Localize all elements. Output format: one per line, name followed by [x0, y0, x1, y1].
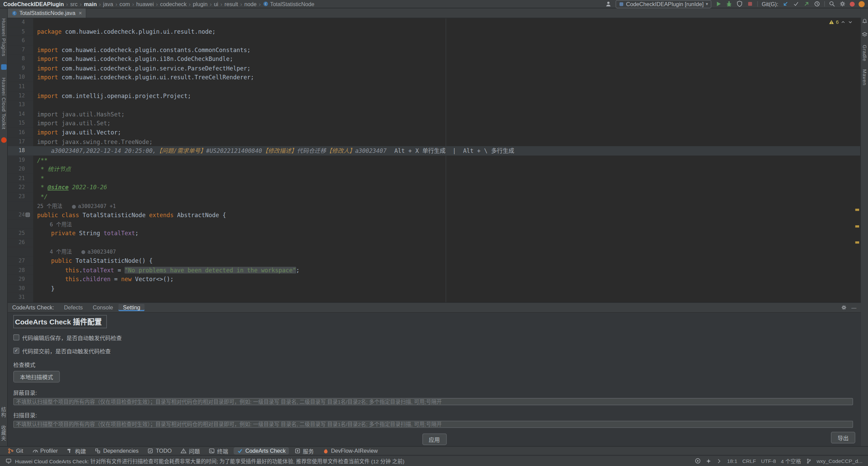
editor-tab-label: TotalStatisticNode.java: [19, 10, 76, 16]
panel-settings-icon[interactable]: [841, 304, 847, 310]
next-warning-icon[interactable]: [848, 19, 853, 25]
code-line: 31: [8, 293, 861, 302]
code-text: [33, 18, 861, 27]
close-icon[interactable]: ×: [79, 10, 82, 16]
svg-text:C: C: [265, 2, 267, 5]
toolwindow-button-todo[interactable]: TODO: [144, 447, 175, 454]
code-line: 20 * 统计节点: [8, 164, 861, 174]
breadcrumb-item[interactable]: com: [119, 1, 130, 7]
breadcrumb-item[interactable]: src: [70, 1, 78, 7]
toolwindow-button-profiler[interactable]: Profiler: [29, 447, 61, 454]
inspection-widget[interactable]: 6: [829, 19, 853, 25]
run-configuration-select[interactable]: CodeCheckIDEAPlugin [runIde] ▾: [615, 0, 711, 8]
code-editor[interactable]: 45package com.huawei.codecheck.plugin.ui…: [8, 18, 861, 302]
screenshot: CodeCheckIDEAPlugin›src›main›java›com›hu…: [0, 0, 868, 466]
breadcrumb-item[interactable]: CodeCheckIDEAPlugin: [3, 1, 64, 7]
toolwindow-button-git[interactable]: Git: [4, 447, 27, 454]
toolwindow-button-终端[interactable]: 终端: [206, 446, 231, 456]
breadcrumb-item[interactable]: java: [103, 1, 113, 7]
scrollbar-warning-mark[interactable]: [855, 209, 859, 211]
toolwindow-button-dependencies[interactable]: Dependencies: [92, 447, 142, 454]
huawei-icon[interactable]: [1, 137, 6, 143]
breadcrumb-item[interactable]: main: [84, 1, 97, 7]
code-line: 22 * @since 2022-10-26: [8, 183, 861, 192]
code-text: import java.util.HashSet;: [33, 110, 861, 119]
local-scan-mode-button[interactable]: 本地扫描模式: [13, 371, 60, 383]
editor-tab[interactable]: C TotalStatisticNode.java ×: [8, 8, 86, 18]
settings-icon[interactable]: [839, 1, 846, 7]
auto-check-on-save-row[interactable]: 代码编辑后保存，是否自动触发代码检查: [13, 333, 855, 341]
toolwindow-gradle[interactable]: Gradle: [862, 45, 867, 62]
block-dir-input[interactable]: [13, 398, 853, 405]
scrollbar-warning-mark[interactable]: [855, 241, 859, 244]
coverage-button[interactable]: [736, 1, 743, 7]
ai-suggestions-icon[interactable]: [706, 458, 711, 464]
code-text: *: [33, 174, 861, 183]
breadcrumb-item[interactable]: plugin: [193, 1, 208, 7]
breadcrumb-item[interactable]: CTotalStatisticNode: [263, 1, 314, 7]
code-text: private String totalText;: [33, 229, 861, 238]
run-button[interactable]: [715, 1, 722, 7]
breadcrumb-item[interactable]: codecheck: [160, 1, 187, 7]
code-text: 6 个用法: [33, 220, 861, 229]
toolwindow-button-问题[interactable]: 问题: [177, 446, 203, 456]
line-number: 16: [8, 128, 33, 137]
checkbox-checked-icon[interactable]: ✓: [13, 348, 19, 354]
toolwindow-button-构建[interactable]: 构建: [63, 446, 89, 456]
breadcrumb-item[interactable]: ui: [214, 1, 218, 7]
hide-panel-icon[interactable]: —: [851, 305, 856, 310]
status-message[interactable]: Huawei Cloud CodeArts Check: 针对所有文件进行扫描检…: [15, 457, 404, 465]
expand-icon[interactable]: [717, 458, 722, 464]
toolwindow-button-服务[interactable]: 服务: [291, 446, 317, 456]
toolwindow-structure[interactable]: 结构: [0, 407, 7, 417]
export-button[interactable]: 导出: [831, 432, 855, 443]
breadcrumb-item[interactable]: node: [244, 1, 257, 7]
caret-position[interactable]: 18:1: [727, 458, 737, 464]
assistant-status-icon[interactable]: [695, 458, 701, 464]
panel-tab-console[interactable]: Console: [88, 304, 117, 311]
line-number: 7: [8, 45, 33, 54]
gutter-class-marker-icon[interactable]: [26, 213, 30, 217]
code-text: a30023407,2022-12-14 20:25:00,【问题/需求单号】#…: [33, 146, 861, 155]
separator: [824, 1, 825, 6]
toolwindow-favorites[interactable]: 收藏夹: [0, 425, 7, 440]
file-encoding[interactable]: UTF-8: [761, 458, 776, 464]
panel-tab-defects[interactable]: Defects: [60, 304, 87, 311]
scrollbar-warning-mark[interactable]: [855, 225, 859, 228]
code-line: 30 }: [8, 284, 861, 293]
update-project-icon[interactable]: [782, 1, 789, 7]
huawei-cloud-icon[interactable]: [1, 64, 6, 70]
notifications-icon[interactable]: [862, 18, 867, 24]
toolwindow-button-codearts-check[interactable]: CodeArts Check: [234, 447, 289, 454]
user-icon[interactable]: [605, 1, 612, 7]
search-everywhere-icon[interactable]: [829, 1, 836, 7]
breadcrumb-separator: ›: [259, 1, 260, 7]
line-number: 29: [8, 275, 33, 284]
layers-icon[interactable]: [862, 32, 867, 37]
scan-dir-input[interactable]: [13, 421, 853, 428]
line-number: 30: [8, 284, 33, 293]
stop-button[interactable]: [747, 1, 754, 7]
toolwindow-huawei-cloud-toolkit[interactable]: Huawei Cloud Toolkit: [1, 78, 6, 130]
line-number: 12: [8, 91, 33, 100]
checkbox-unchecked-icon[interactable]: [13, 334, 19, 340]
toolwindow-huawei-plugins[interactable]: Huawei Plugins: [1, 18, 6, 57]
toolwindow-maven[interactable]: Maven: [862, 69, 867, 85]
chevron-down-icon: ▾: [706, 1, 708, 6]
prev-warning-icon[interactable]: [840, 19, 846, 25]
indent-style[interactable]: 4 个空格: [781, 457, 801, 465]
apply-button[interactable]: 应用: [422, 433, 447, 445]
line-separator[interactable]: CRLF: [742, 458, 756, 464]
toolwindow-button-devflow-aireview[interactable]: DevFlow-AIReview: [319, 447, 381, 454]
avatar[interactable]: [858, 1, 865, 7]
auto-check-on-commit-row[interactable]: ✓ 代码提交前，是否自动触发代码检查: [13, 347, 855, 355]
commit-icon[interactable]: [793, 1, 800, 7]
push-icon[interactable]: [803, 1, 810, 7]
line-number: 17: [8, 137, 33, 146]
panel-tab-setting[interactable]: Setting: [118, 304, 145, 311]
git-branch-name[interactable]: wxy_CodeCCP_d...: [817, 458, 863, 464]
history-icon[interactable]: [814, 1, 821, 7]
breadcrumb-item[interactable]: result: [225, 1, 238, 7]
debug-button[interactable]: [726, 1, 733, 7]
breadcrumb-item[interactable]: huawei: [136, 1, 154, 7]
